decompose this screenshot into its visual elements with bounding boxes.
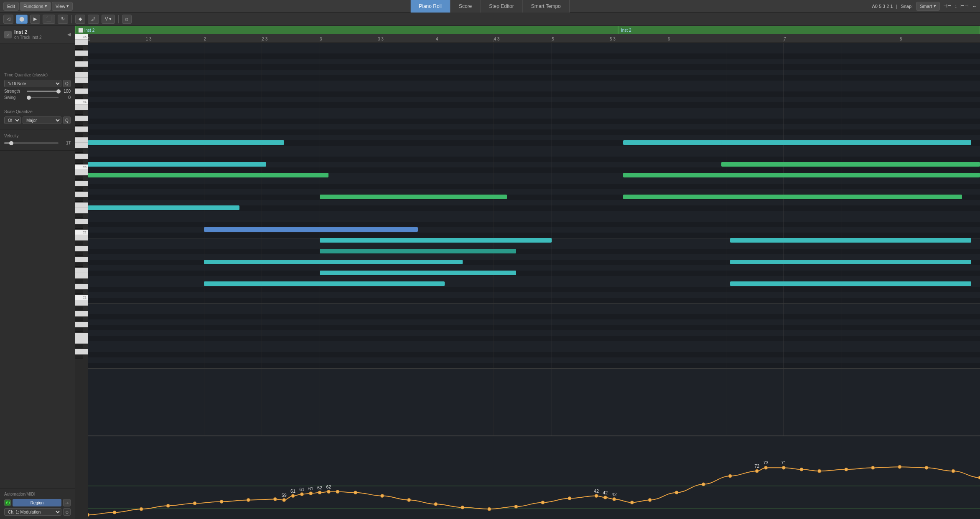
note[interactable] xyxy=(88,140,284,145)
toolbar-extra[interactable]: ⎅ xyxy=(122,15,132,24)
piano-key[interactable] xyxy=(75,219,88,224)
piano-key[interactable] xyxy=(75,246,88,251)
automation-power-button[interactable]: ⏻ xyxy=(4,499,11,506)
piano-key[interactable] xyxy=(75,111,83,115)
piano-key[interactable] xyxy=(75,263,83,267)
note[interactable] xyxy=(204,227,418,232)
piano-key[interactable] xyxy=(75,279,83,283)
modulation-expand-button[interactable]: ⊙ xyxy=(63,508,71,516)
piano-key[interactable] xyxy=(75,328,83,332)
piano-key[interactable] xyxy=(75,122,83,126)
piano-key[interactable] xyxy=(75,241,83,245)
note[interactable] xyxy=(204,281,445,286)
note[interactable] xyxy=(320,238,552,243)
piano-key[interactable] xyxy=(75,68,83,71)
piano-key[interactable] xyxy=(75,154,88,159)
piano-key[interactable] xyxy=(75,349,88,354)
note[interactable] xyxy=(320,271,516,275)
tab-step-editor[interactable]: Step Editor xyxy=(481,0,522,13)
swing-slider[interactable] xyxy=(27,97,59,98)
piano-key[interactable] xyxy=(75,116,88,121)
toolbar-cycle-button[interactable]: ↻ xyxy=(58,15,68,24)
toolbar-record-button[interactable]: ⬤ xyxy=(16,15,28,24)
toolbar-pointer-tool[interactable]: ◆ xyxy=(75,15,85,24)
piano-key[interactable] xyxy=(75,208,88,213)
piano-key[interactable] xyxy=(75,322,88,327)
note[interactable] xyxy=(320,195,507,199)
piano-key[interactable] xyxy=(75,61,88,67)
piano-key[interactable] xyxy=(75,290,83,294)
scale-key-select[interactable]: Major Minor Pentatonic xyxy=(23,116,61,124)
piano-key[interactable] xyxy=(75,181,88,186)
piano-key[interactable] xyxy=(75,187,83,191)
piano-key[interactable] xyxy=(75,40,88,45)
scale-quantize-q-button[interactable]: Q xyxy=(63,116,71,124)
snap-select[interactable]: Smart ▾ xyxy=(916,2,939,11)
note[interactable] xyxy=(88,205,239,210)
sidebar-fold-button[interactable]: ◀ xyxy=(67,32,71,37)
tab-score[interactable]: Score xyxy=(451,0,481,13)
toolbar-pencil-tool[interactable]: 🖊 xyxy=(88,15,99,24)
piano-key[interactable] xyxy=(75,170,88,175)
piano-key[interactable] xyxy=(75,311,88,316)
piano-key[interactable] xyxy=(75,72,88,78)
swing-thumb[interactable] xyxy=(27,96,31,100)
piano-key[interactable] xyxy=(75,333,88,338)
view-menu-button[interactable]: View ▾ xyxy=(52,2,73,11)
piano-key[interactable] xyxy=(75,252,83,256)
automation-region-button[interactable]: Region xyxy=(13,499,61,506)
note[interactable] xyxy=(88,162,266,167)
piano-key[interactable]: C2 xyxy=(75,230,88,235)
piano-key[interactable] xyxy=(75,176,83,180)
strength-slider[interactable] xyxy=(27,91,59,92)
time-quantize-q-button[interactable]: Q xyxy=(63,80,71,87)
piano-key[interactable] xyxy=(75,133,83,137)
strength-thumb[interactable] xyxy=(56,89,61,94)
edit-menu-button[interactable]: Edit xyxy=(3,2,19,11)
toolbar-stop-button[interactable]: ⬛ xyxy=(43,15,55,24)
toolbar-play-button[interactable]: ▶ xyxy=(30,15,40,24)
note[interactable] xyxy=(88,173,328,177)
piano-key[interactable] xyxy=(75,203,88,208)
piano-key[interactable] xyxy=(75,268,88,273)
piano-key[interactable] xyxy=(75,143,88,148)
note[interactable] xyxy=(730,238,971,243)
piano-key[interactable] xyxy=(75,235,88,241)
piano-key[interactable]: C1 xyxy=(75,295,88,300)
scale-mode-select[interactable]: Off On xyxy=(4,116,21,124)
piano-key[interactable] xyxy=(75,78,88,83)
piano-key[interactable] xyxy=(75,273,88,278)
time-quantize-select[interactable]: 1/16 Note 1/8 Note 1/4 Note xyxy=(4,80,61,87)
toolbar-back-button[interactable]: ◁ xyxy=(3,15,13,24)
piano-key[interactable] xyxy=(75,225,83,229)
piano-key[interactable] xyxy=(75,355,83,359)
note[interactable] xyxy=(730,260,971,264)
piano-key[interactable] xyxy=(75,51,88,56)
piano-key[interactable]: C5 xyxy=(75,34,88,40)
toolbar-v-tool[interactable]: V ▾ xyxy=(102,15,115,24)
piano-key[interactable] xyxy=(75,214,83,218)
note[interactable] xyxy=(730,281,971,286)
piano-key[interactable] xyxy=(75,89,88,94)
piano-key[interactable] xyxy=(75,192,88,197)
functions-menu-button[interactable]: Functions ▾ xyxy=(20,2,51,11)
piano-key[interactable]: C3 xyxy=(75,165,88,170)
grid-canvas[interactable] xyxy=(88,43,980,435)
piano-key[interactable] xyxy=(75,338,88,344)
velocity-slider[interactable] xyxy=(4,142,59,144)
piano-key[interactable] xyxy=(75,160,83,164)
piano-key[interactable] xyxy=(75,198,83,202)
velocity-thumb[interactable] xyxy=(9,141,13,145)
tab-smart-tempo[interactable]: Smart Tempo xyxy=(523,0,570,13)
piano-key[interactable] xyxy=(75,344,83,348)
note[interactable] xyxy=(204,260,463,264)
note[interactable] xyxy=(721,140,971,145)
piano-key[interactable] xyxy=(75,306,83,310)
piano-key[interactable] xyxy=(75,300,88,306)
piano-key[interactable] xyxy=(75,84,83,88)
piano-key[interactable] xyxy=(75,46,83,50)
piano-key[interactable] xyxy=(75,137,88,143)
tab-piano-roll[interactable]: Piano Roll xyxy=(410,0,451,13)
piano-key[interactable] xyxy=(75,127,88,132)
piano-key[interactable] xyxy=(75,105,88,110)
